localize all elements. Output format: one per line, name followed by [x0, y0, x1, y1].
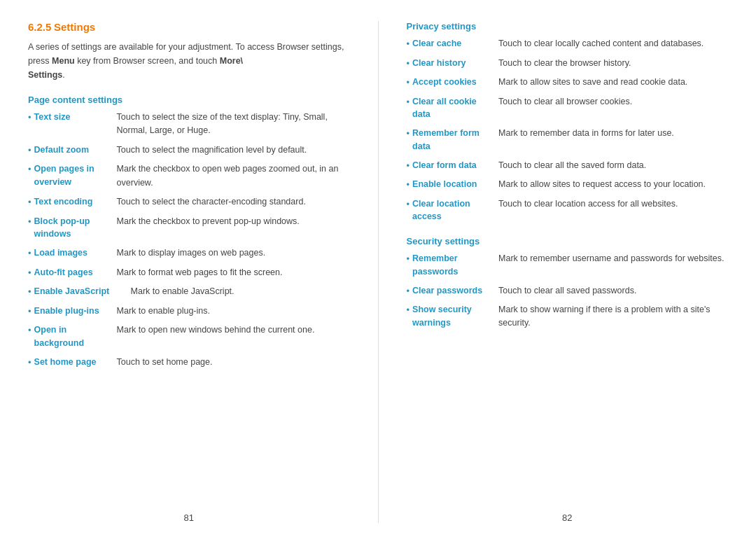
bullet-icon: • [407, 197, 410, 211]
page-content-settings-list: • Text size Touch to select the size of … [28, 111, 350, 375]
list-item: • Load images Mark to display images on … [28, 246, 350, 260]
setting-desc: Touch to set home page. [117, 356, 350, 369]
setting-desc: Mark to allow sites to save and read coo… [498, 76, 728, 89]
setting-term: Open pages in overview [34, 162, 111, 189]
bullet-icon: • [407, 303, 410, 317]
privacy-heading: Privacy settings [407, 21, 729, 32]
list-item: • Text encoding Touch to select the char… [28, 195, 350, 209]
setting-desc: Touch to clear location access for all w… [498, 197, 728, 211]
setting-term: Enable location [412, 178, 493, 191]
bullet-icon: • [407, 95, 410, 109]
page-right: Privacy settings • Clear cache Touch to … [407, 21, 729, 523]
bullet-icon: • [28, 111, 31, 125]
list-item: • Enable JavaScript Mark to enable JavaS… [28, 285, 350, 299]
bullet-icon: • [407, 178, 410, 192]
list-item: • Clear history Touch to clear the brows… [407, 57, 729, 71]
setting-term: Enable plug-ins [34, 305, 111, 318]
setting-desc: Mark to allow sites to request access to… [498, 178, 728, 191]
setting-term: Clear cache [412, 37, 493, 50]
setting-term: Remember form data [412, 127, 493, 153]
list-item: • Remember form data Mark to remember da… [407, 127, 729, 153]
bullet-icon: • [28, 305, 31, 319]
setting-term: Text size [34, 111, 111, 124]
setting-desc: Mark to show warning if there is a probl… [498, 303, 728, 330]
list-item: • Clear location access Touch to clear l… [407, 197, 729, 224]
list-item: • Set home page Touch to set home page. [28, 356, 350, 370]
page-number-left: 81 [28, 498, 350, 523]
setting-desc: Touch to select the magnification level … [117, 144, 350, 157]
setting-desc: Touch to clear all saved passwords. [498, 284, 728, 298]
setting-term: Default zoom [34, 144, 111, 157]
section-number: 6.2.5 [28, 21, 51, 33]
privacy-settings-list: • Clear cache Touch to clear locally cac… [407, 37, 729, 229]
bullet-icon: • [28, 246, 31, 260]
setting-term: Accept cookies [412, 76, 493, 89]
list-item: • Clear passwords Touch to clear all sav… [407, 284, 729, 298]
setting-desc: Mark the checkbox to open web pages zoom… [117, 162, 350, 190]
bullet-icon: • [407, 252, 410, 266]
bullet-icon: • [28, 285, 31, 299]
setting-desc: Touch to select the size of the text dis… [117, 111, 350, 138]
bullet-icon: • [28, 266, 31, 280]
setting-desc: Mark to enable plug-ins. [117, 305, 350, 318]
page-number-right: 82 [407, 498, 729, 523]
setting-desc: Mark the checkbox to prevent pop-up wind… [117, 215, 350, 228]
list-item: • Show security warnings Mark to show wa… [407, 303, 729, 330]
bullet-icon: • [28, 144, 31, 158]
setting-desc: Touch to select the character-encoding s… [117, 195, 350, 209]
list-item: • Block pop-up windows Mark the checkbox… [28, 215, 350, 242]
bullet-icon: • [407, 57, 410, 71]
setting-term: Clear all cookie data [412, 95, 493, 122]
setting-term: Open in background [34, 323, 111, 350]
bullet-icon: • [407, 284, 410, 298]
list-item: • Text size Touch to select the size of … [28, 111, 350, 138]
setting-desc: Mark to display images on web pages. [117, 246, 350, 260]
intro-paragraph: A series of settings are available for y… [28, 40, 350, 82]
setting-term: Clear location access [412, 197, 493, 224]
setting-term: Remember passwords [412, 252, 493, 279]
security-heading: Security settings [407, 236, 729, 246]
bullet-icon: • [28, 356, 31, 370]
security-settings-list: • Remember passwords Mark to remember us… [407, 252, 729, 336]
setting-desc: Mark to remember username and passwords … [498, 252, 728, 265]
bullet-icon: • [407, 127, 410, 141]
list-item: • Remember passwords Mark to remember us… [407, 252, 729, 279]
setting-term: Load images [34, 246, 111, 260]
setting-term: Clear form data [412, 159, 493, 172]
bullet-icon: • [407, 76, 410, 90]
setting-term: Clear history [412, 57, 493, 70]
setting-term: Block pop-up windows [34, 215, 111, 242]
list-item: • Clear form data Touch to clear all the… [407, 159, 729, 173]
list-item: • Clear all cookie data Touch to clear a… [407, 95, 729, 122]
page-left: 6.2.5 Settings A series of settings are … [28, 21, 350, 523]
page-content-heading: Page content settings [28, 95, 350, 105]
setting-desc: Touch to clear all browser cookies. [498, 95, 728, 109]
list-item: • Enable plug-ins Mark to enable plug-in… [28, 305, 350, 319]
list-item: • Accept cookies Mark to allow sites to … [407, 76, 729, 90]
setting-desc: Mark to open new windows behind the curr… [117, 323, 350, 337]
setting-desc: Touch to clear all the saved form data. [498, 159, 728, 172]
setting-desc: Mark to enable JavaScript. [131, 285, 350, 298]
list-item: • Open in background Mark to open new wi… [28, 323, 350, 350]
setting-desc: Touch to clear the browser history. [498, 57, 728, 70]
setting-term: Set home page [34, 356, 111, 369]
bullet-icon: • [407, 37, 410, 51]
section-heading: 6.2.5 Settings [28, 21, 350, 33]
list-item: • Clear cache Touch to clear locally cac… [407, 37, 729, 51]
setting-term: Auto-fit pages [34, 266, 111, 279]
list-item: • Open pages in overview Mark the checkb… [28, 162, 350, 190]
setting-desc: Mark to format web pages to fit the scre… [117, 266, 350, 279]
section-title: Settings [54, 21, 95, 33]
list-item: • Auto-fit pages Mark to format web page… [28, 266, 350, 280]
setting-term: Enable JavaScript [34, 285, 125, 298]
setting-term: Clear passwords [412, 284, 493, 298]
bullet-icon: • [28, 215, 31, 229]
bullet-icon: • [28, 195, 31, 209]
setting-desc: Touch to clear locally cached content an… [498, 37, 728, 50]
list-item: • Default zoom Touch to select the magni… [28, 144, 350, 158]
list-item: • Enable location Mark to allow sites to… [407, 178, 729, 192]
bullet-icon: • [407, 159, 410, 173]
setting-term: Show security warnings [412, 303, 493, 330]
bullet-icon: • [28, 162, 31, 176]
setting-desc: Mark to remember data in forms for later… [498, 127, 728, 140]
